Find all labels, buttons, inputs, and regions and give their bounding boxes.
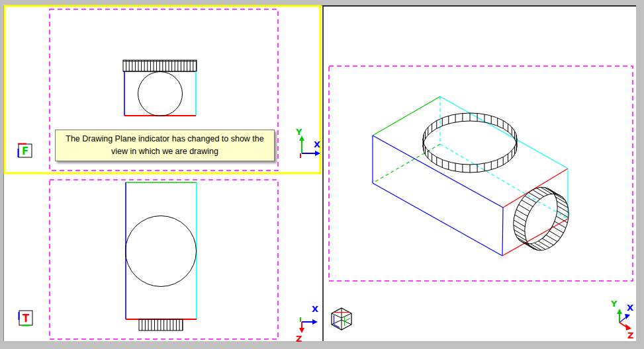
iso-top-back-left[interactable] bbox=[373, 97, 440, 136]
top-x-axis-label: X bbox=[312, 304, 318, 314]
top-plane-icon: T bbox=[19, 311, 33, 326]
iso-hidden-bottom-left[interactable] bbox=[373, 144, 440, 183]
world-plane-cube-icon bbox=[332, 308, 351, 330]
iso-top-cylinder[interactable] bbox=[423, 113, 517, 173]
front-plane-icon: F bbox=[18, 144, 32, 158]
top-view-drawing[interactable] bbox=[126, 182, 197, 330]
front-plane-letter: F bbox=[22, 145, 28, 157]
tooltip: The Drawing Plane indicator has changed … bbox=[55, 130, 275, 161]
y-axis-arrow bbox=[617, 309, 622, 314]
viewport-top[interactable] bbox=[50, 180, 278, 339]
top-cylinder-hatch bbox=[142, 319, 183, 330]
z-axis-arrow bbox=[299, 328, 304, 333]
x-axis-arrow bbox=[312, 319, 318, 325]
front-view-drawing[interactable] bbox=[123, 60, 197, 116]
viewport-iso[interactable] bbox=[323, 5, 636, 341]
iso-x-axis-label: X bbox=[627, 303, 633, 313]
application-window: F T Y X bbox=[0, 0, 644, 349]
tooltip-line-2: view in which we are drawing bbox=[56, 145, 274, 158]
iso-view-drawing[interactable] bbox=[373, 97, 577, 257]
iso-hidden-bottom-right[interactable] bbox=[440, 144, 568, 219]
top-bore-circle[interactable] bbox=[126, 216, 197, 287]
iso-bottom-front-left[interactable] bbox=[373, 183, 502, 256]
axis-triad-iso: Y X Z bbox=[610, 299, 633, 340]
front-y-axis-label: Y bbox=[295, 127, 302, 137]
axis-triad-front: Y X bbox=[295, 127, 320, 158]
iso-side-cylinder[interactable] bbox=[505, 180, 577, 258]
iso-side-cylinder-hatch bbox=[514, 187, 569, 250]
iso-top-back-right[interactable] bbox=[440, 97, 568, 169]
front-bore-circle[interactable] bbox=[138, 72, 183, 116]
page-border-top bbox=[50, 180, 278, 339]
tooltip-line-1: The Drawing Plane indicator has changed … bbox=[56, 133, 274, 145]
iso-z-axis-label: Z bbox=[627, 330, 633, 340]
x-axis-arrow bbox=[625, 314, 630, 319]
page-border-iso bbox=[329, 66, 633, 281]
top-plane-letter: T bbox=[23, 313, 30, 325]
z-axis-arrow bbox=[625, 324, 631, 330]
iso-front-vertical[interactable] bbox=[502, 208, 503, 256]
top-z-axis-label: Z bbox=[296, 334, 302, 344]
iso-top-cylinder-hatch bbox=[423, 113, 517, 173]
viewport-canvas: F T Y X bbox=[0, 0, 644, 349]
iso-bottom-front-right[interactable] bbox=[502, 219, 568, 256]
front-x-axis-label: X bbox=[314, 139, 320, 149]
front-cylinder-hatch bbox=[126, 60, 197, 71]
axis-triad-top: X Z bbox=[296, 304, 318, 344]
iso-y-axis-label: Y bbox=[610, 299, 618, 309]
